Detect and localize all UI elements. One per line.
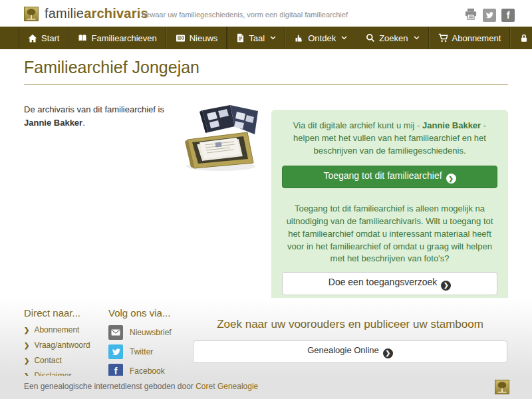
access-button[interactable]: Toegang tot dit familiearchief❯ — [282, 166, 497, 189]
arrow-circle-icon: ❯ — [383, 348, 393, 358]
arrow-circle-icon: ❯ — [441, 281, 451, 291]
footer-link-contact[interactable]: ❯Contact — [24, 356, 90, 365]
invite-text: Via dit digitale archief kunt u mij - Ja… — [282, 120, 497, 158]
footer-link-vraag-antwoord[interactable]: ❯Vraag/antwoord — [24, 340, 90, 350]
home-icon — [28, 34, 37, 43]
brand-logo[interactable]: familiearchivaris — [24, 6, 148, 21]
tree-logo-icon — [24, 7, 39, 21]
newsletter-icon — [108, 325, 123, 340]
news-icon — [176, 34, 186, 43]
nav-left: Start Familiearchieven Nieuws — [19, 27, 227, 49]
coret-genealogie-link[interactable]: Coret Genealogie — [196, 382, 258, 391]
request-info-text: Toegang tot dit familiearchief is alleen… — [282, 203, 497, 265]
footer-promo: Zoek naar uw voorouders en publiceer uw … — [193, 318, 507, 363]
credit-text: Een genealogische internetdienst geboden… — [24, 382, 258, 391]
footer-link-twitter[interactable]: Twitter — [108, 344, 172, 359]
main-nav: Start Familiearchieven Nieuws Taal Ontde… — [0, 27, 532, 49]
chevron-down-icon — [341, 36, 347, 40]
nav-item-ontdek[interactable]: Ontdek — [285, 27, 356, 49]
archivist-name: Jannie Bakker — [24, 118, 82, 128]
site-header: familiearchivaris bewaar uw familiegesch… — [0, 0, 532, 27]
site-tagline: bewaar uw familiegeschiedenis, vorm een … — [142, 11, 348, 19]
genealogie-online-button[interactable]: Genealogie Online❯ — [193, 340, 507, 363]
request-access-button[interactable]: Doe een toegangsverzoek❯ — [282, 272, 497, 295]
lock-icon — [519, 33, 529, 43]
tree-logo-icon[interactable] — [495, 380, 509, 394]
chevron-down-icon — [414, 36, 420, 40]
nav-right: Taal Ontdek Zoeken Abonnement Aanmelden — [227, 27, 532, 49]
nav-item-abonnement[interactable]: Abonnement — [429, 27, 511, 49]
access-panel: Via dit digitale archief kunt u mij - Ja… — [271, 110, 508, 306]
language-icon — [236, 33, 245, 43]
nav-item-nieuws[interactable]: Nieuws — [166, 27, 227, 49]
intro-text: De archivaris van dit familiearchief is … — [24, 103, 182, 129]
footer-direct: Direct naar... ❯Abonnement ❯Vraag/antwoo… — [24, 307, 90, 386]
brand-prefix: familie — [45, 6, 84, 21]
book-icon — [78, 33, 87, 43]
nav-item-aanmelden[interactable]: Aanmelden — [510, 27, 532, 49]
direct-heading: Direct naar... — [24, 307, 90, 319]
chevron-right-icon: ❯ — [24, 357, 29, 364]
footer-follow: Volg ons via... Nieuwsbrief Twitter f Fa… — [108, 307, 172, 383]
chevron-down-icon — [270, 36, 276, 40]
nav-item-taal[interactable]: Taal — [227, 27, 285, 49]
main-content: Familiearchief Jongejan De archivaris va… — [0, 49, 532, 298]
print-icon[interactable] — [464, 7, 477, 23]
archive-photo — [172, 101, 266, 177]
chevron-right-icon: ❯ — [24, 342, 29, 349]
footer-link-abonnement[interactable]: ❯Abonnement — [24, 325, 90, 334]
nav-item-familiearchieven[interactable]: Familiearchieven — [68, 27, 166, 49]
nav-item-zoeken[interactable]: Zoeken — [356, 27, 428, 49]
twitter-icon[interactable] — [483, 9, 496, 22]
search-icon — [366, 33, 375, 43]
footer: Direct naar... ❯Abonnement ❯Vraag/antwoo… — [0, 298, 532, 376]
discover-icon — [295, 33, 304, 43]
promo-heading: Zoek naar uw voorouders en publiceer uw … — [193, 318, 507, 331]
page: familiearchivaris bewaar uw familiegesch… — [0, 0, 532, 399]
page-title: Familiearchief Jongejan — [24, 58, 508, 77]
facebook-icon[interactable]: f — [501, 9, 515, 22]
footer-link-nieuwsbrief[interactable]: Nieuwsbrief — [108, 325, 172, 340]
chevron-right-icon: ❯ — [24, 327, 29, 334]
header-social: f — [464, 7, 515, 23]
twitter-icon — [108, 344, 123, 359]
brand-suffix: archivaris — [84, 6, 148, 21]
brand-name: familiearchivaris — [45, 6, 148, 21]
arrow-circle-icon: ❯ — [446, 174, 456, 184]
nav-item-start[interactable]: Start — [19, 27, 68, 49]
bottom-bar: Een genealogische internetdienst geboden… — [0, 376, 532, 399]
cart-icon — [438, 33, 448, 43]
follow-heading: Volg ons via... — [108, 307, 172, 319]
